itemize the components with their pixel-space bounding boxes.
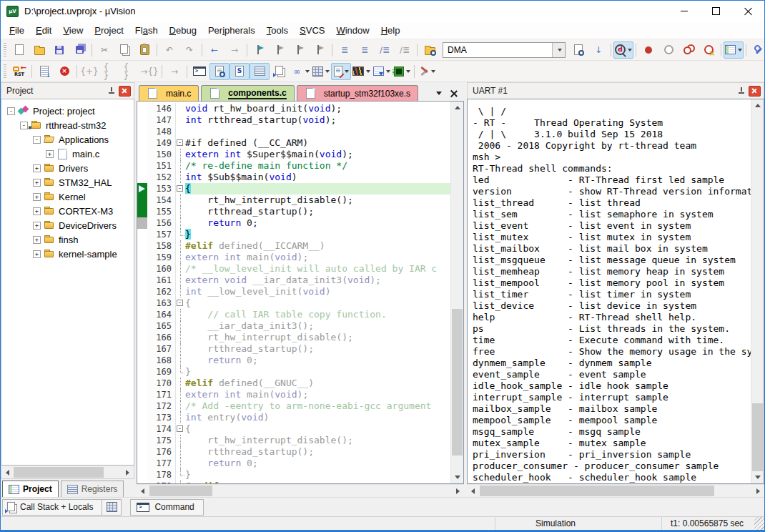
tree-item-stm32-hal[interactable]: +STM32_HAL xyxy=(1,175,134,189)
save-all-button[interactable] xyxy=(69,41,89,59)
run-button[interactable] xyxy=(34,63,54,80)
paste-button[interactable] xyxy=(134,41,154,59)
fold-margin[interactable]: - xyxy=(176,423,185,435)
fold-margin[interactable] xyxy=(176,217,185,229)
menu-help[interactable]: Help xyxy=(375,23,406,38)
uart-output[interactable]: \ | / - RT - Thread Operating System / |… xyxy=(468,99,751,483)
fold-margin[interactable] xyxy=(176,320,185,332)
pin-icon[interactable] xyxy=(108,87,115,95)
step-over-button[interactable]: { } xyxy=(99,63,119,80)
menu-project[interactable]: Project xyxy=(89,23,129,38)
fold-margin[interactable] xyxy=(176,435,185,446)
enable-disable-breakpoint-button[interactable] xyxy=(658,41,678,59)
scroll-up-icon[interactable] xyxy=(751,99,764,112)
fold-margin[interactable] xyxy=(176,355,185,366)
close-button[interactable] xyxy=(732,1,764,21)
tree-item-applications[interactable]: -Applications xyxy=(1,132,134,147)
fold-margin[interactable] xyxy=(176,194,185,206)
tab-list-dropdown-icon[interactable] xyxy=(436,92,442,95)
editor-hscrollbar[interactable] xyxy=(137,484,464,497)
fold-margin[interactable] xyxy=(176,160,185,172)
scroll-down-icon[interactable] xyxy=(751,471,764,483)
fold-margin[interactable] xyxy=(176,389,185,400)
target-select[interactable]: DMA xyxy=(443,42,566,58)
code-editor[interactable]: 146void rt_hw_board_init(void);147int rt… xyxy=(137,102,450,483)
tree-item-rtthread-stm32[interactable]: -*rtthread-stm32 xyxy=(1,118,134,132)
stop-button[interactable]: × xyxy=(54,63,74,80)
fold-margin[interactable] xyxy=(176,240,185,252)
menu-svcs[interactable]: SVCS xyxy=(294,23,330,38)
fold-margin[interactable] xyxy=(176,309,185,320)
project-tree[interactable]: -Project: project-*rtthread-stm32-Applic… xyxy=(1,99,134,466)
tree-expander-icon[interactable]: + xyxy=(33,222,41,230)
save-button[interactable] xyxy=(49,41,69,59)
tab-startup-stm32f103xe-s[interactable]: startup_stm32f103xe.s xyxy=(297,85,418,101)
redo-button[interactable]: ↷ xyxy=(179,41,199,59)
kill-all-breakpoints-button[interactable] xyxy=(699,41,719,59)
tab-registers[interactable]: Registers xyxy=(61,481,124,497)
fold-margin[interactable] xyxy=(176,149,185,160)
tree-expander-icon[interactable]: + xyxy=(33,164,41,172)
open-file-button[interactable] xyxy=(29,41,49,59)
fold-margin[interactable]: - xyxy=(176,137,185,149)
call-stack-window-button[interactable] xyxy=(270,63,290,80)
tree-expander-icon[interactable]: + xyxy=(33,207,41,215)
fold-margin[interactable] xyxy=(176,469,185,481)
menu-file[interactable]: File xyxy=(4,23,30,38)
tree-expander-icon[interactable]: + xyxy=(33,193,41,201)
memory-window-tab[interactable] xyxy=(102,499,122,516)
tab-close-icon[interactable] xyxy=(450,90,457,97)
scroll-left-icon[interactable] xyxy=(137,485,149,497)
previous-bookmark-button[interactable] xyxy=(270,41,290,59)
watch-window-button[interactable]: ∞ xyxy=(290,63,311,80)
tab-main-c[interactable]: main.c xyxy=(139,85,199,101)
tree-item-kernel[interactable]: +Kernel xyxy=(1,189,134,204)
scroll-thumb[interactable] xyxy=(752,403,763,471)
command-window-button[interactable]: > xyxy=(189,63,209,80)
scroll-thumb[interactable] xyxy=(480,486,714,496)
menu-debug[interactable]: Debug xyxy=(164,23,202,38)
cut-button[interactable]: ✂ xyxy=(94,41,114,59)
fold-margin[interactable]: - xyxy=(176,297,185,309)
unindent-button[interactable]: ≣ xyxy=(335,41,355,59)
insert-remove-breakpoint-button[interactable] xyxy=(638,41,658,59)
fold-margin[interactable] xyxy=(176,252,185,263)
scroll-left-icon[interactable] xyxy=(1,466,14,478)
fold-margin[interactable]: - xyxy=(176,183,185,194)
tree-expander-icon[interactable]: - xyxy=(7,107,15,115)
copy-button[interactable] xyxy=(114,41,134,59)
scroll-thumb[interactable] xyxy=(149,486,212,496)
menu-tools[interactable]: Tools xyxy=(261,23,294,38)
tab-components-c[interactable]: components.c xyxy=(201,85,294,101)
show-next-statement-button[interactable]: → xyxy=(164,63,184,80)
menu-peripherals[interactable]: Peripherals xyxy=(202,23,261,38)
uart-vscrollbar[interactable] xyxy=(751,99,764,483)
tree-expander-icon[interactable]: + xyxy=(33,236,41,244)
tree-expander-icon[interactable]: + xyxy=(33,179,41,187)
fold-margin[interactable] xyxy=(176,366,185,378)
tree-item-drivers[interactable]: +Drivers xyxy=(1,161,134,175)
step-into-button[interactable]: {+} xyxy=(79,63,99,80)
fold-collapse-icon[interactable]: - xyxy=(177,185,183,192)
project-hscrollbar[interactable] xyxy=(1,466,134,479)
tree-item-project-project[interactable]: -Project: project xyxy=(1,104,134,118)
tree-item-cortex-m3[interactable]: +CORTEX-M3 xyxy=(1,204,134,218)
maximize-button[interactable] xyxy=(700,1,732,21)
fold-margin[interactable] xyxy=(176,275,185,286)
trace-window-button[interactable] xyxy=(372,63,392,80)
memory-window-button[interactable] xyxy=(311,63,331,80)
tree-item-finsh[interactable]: +finsh xyxy=(1,232,134,247)
clear-bookmarks-button[interactable] xyxy=(310,41,330,59)
pin-icon[interactable] xyxy=(738,87,745,95)
incremental-find-button[interactable]: ↓ xyxy=(588,41,608,59)
fold-margin[interactable] xyxy=(176,458,185,469)
undo-button[interactable]: ↶ xyxy=(159,41,179,59)
command-tab[interactable]: > Command xyxy=(130,499,203,516)
fold-margin[interactable] xyxy=(176,114,185,126)
fold-margin[interactable] xyxy=(176,332,185,343)
scroll-down-icon[interactable] xyxy=(451,471,463,483)
fold-margin[interactable] xyxy=(176,206,185,217)
scroll-right-icon[interactable] xyxy=(122,466,134,478)
fold-collapse-icon[interactable]: - xyxy=(177,300,183,306)
run-to-cursor-button[interactable]: →{} xyxy=(139,63,159,80)
